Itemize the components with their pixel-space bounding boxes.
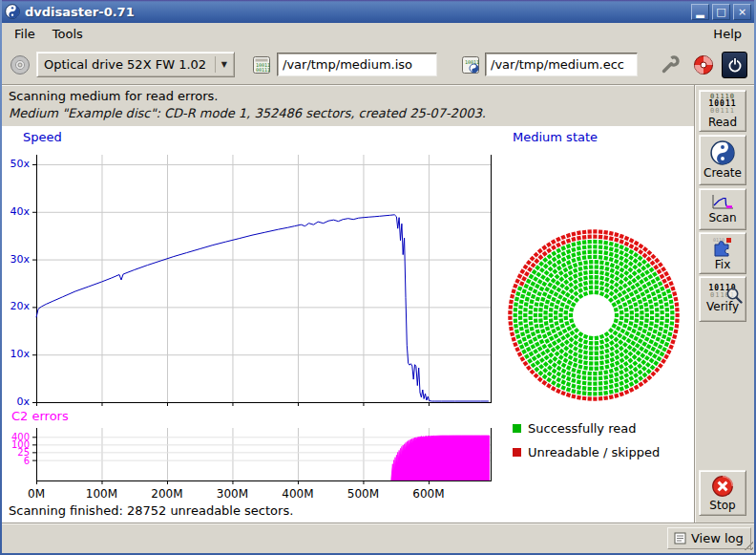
ecc-path-input[interactable] xyxy=(485,53,638,76)
scan-button-label: Scan xyxy=(708,212,736,224)
fix-button-label: Fix xyxy=(715,259,730,271)
ecc-file-icon: 10011 xyxy=(460,54,481,75)
c2-errors-title: C2 errors xyxy=(11,409,69,423)
legend-swatch-red xyxy=(513,448,521,457)
drive-selector-value: Optical drive 52X FW 1.02 xyxy=(44,57,209,72)
log-icon xyxy=(674,532,686,544)
preferences-button[interactable] xyxy=(657,52,682,78)
puzzle-piece-icon: 0110 xyxy=(711,236,734,257)
menu-tools[interactable]: Tools xyxy=(44,24,92,44)
legend-label-read: Successfully read xyxy=(528,421,636,436)
about-button[interactable] xyxy=(690,52,716,78)
quit-button[interactable] xyxy=(722,52,747,78)
speed-chart-title: Speed xyxy=(23,130,62,144)
legend-swatch-green xyxy=(513,424,521,433)
close-button[interactable]: × xyxy=(733,4,751,20)
wrench-icon xyxy=(660,54,681,75)
maximize-icon: □ xyxy=(713,5,729,19)
verify-button[interactable]: 10110 01101 Verify xyxy=(699,276,746,322)
view-log-label: View log xyxy=(691,531,744,545)
view-log-button[interactable]: View log xyxy=(667,527,751,549)
create-button[interactable]: Create xyxy=(699,135,746,185)
medium-state-disc xyxy=(503,224,684,406)
chevron-down-icon: ▼ xyxy=(215,56,230,73)
app-yinyang-icon xyxy=(5,4,20,19)
medium-state-title: Medium state xyxy=(513,130,598,144)
power-icon xyxy=(726,56,744,74)
read-button-label: Read xyxy=(708,117,737,129)
stop-icon xyxy=(711,475,734,498)
maximize-button[interactable]: □ xyxy=(712,4,730,20)
image-path-input[interactable] xyxy=(277,53,437,76)
stop-button-label: Stop xyxy=(709,500,735,512)
stop-button[interactable]: Stop xyxy=(699,470,746,516)
bottombar: View log xyxy=(0,524,756,553)
image-file-icon-button: 10011 00111 xyxy=(249,53,274,77)
drive-icon-button[interactable] xyxy=(7,52,33,78)
menu-help[interactable]: Help xyxy=(704,24,750,44)
binary-read-icon: 01110 10011 00111 xyxy=(708,94,736,115)
status-finished: Scanning finished: 28752 unreadable sect… xyxy=(9,503,293,518)
red-disc-icon xyxy=(693,54,714,75)
sidebar-separator xyxy=(694,85,696,524)
toolbar-separator xyxy=(0,84,756,86)
status-line-1: Scanning medium for read errors. xyxy=(9,89,218,103)
scan-chart-icon xyxy=(711,194,734,210)
menu-file[interactable]: File xyxy=(6,24,44,44)
menubar: File Tools Help xyxy=(2,23,754,44)
minimize-icon: ▂ xyxy=(692,5,708,19)
cd-drive-icon xyxy=(10,54,31,75)
verify-magnifier-icon: 10110 01101 xyxy=(708,285,736,299)
legend-item-unreadable: Unreadable / skipped xyxy=(513,445,660,459)
ecc-file-icon-button: 10011 xyxy=(458,53,483,77)
minimize-button[interactable]: ▂ xyxy=(691,4,709,20)
image-file-icon: 10011 00111 xyxy=(251,54,272,75)
status-line-2: Medium "Example disc": CD-R mode 1, 3524… xyxy=(9,106,486,120)
scan-button[interactable]: Scan xyxy=(699,188,746,230)
read-button[interactable]: 01110 10011 00111 Read xyxy=(699,90,746,132)
fix-button[interactable]: 0110 Fix xyxy=(699,232,746,274)
drive-selector[interactable]: Optical drive 52X FW 1.02 ▼ xyxy=(36,52,235,77)
close-icon: × xyxy=(734,5,750,19)
c2-errors-chart xyxy=(32,428,493,487)
create-button-label: Create xyxy=(704,167,742,180)
legend-label-unreadable: Unreadable / skipped xyxy=(528,445,660,459)
app-window: dvdisaster-0.71 ▂ □ × File Tools Help Op… xyxy=(0,0,756,555)
yinyang-icon xyxy=(710,140,735,165)
speed-chart xyxy=(32,155,493,409)
magnifier-icon xyxy=(725,287,743,304)
svg-text:00111: 00111 xyxy=(256,67,270,73)
legend-item-read: Successfully read xyxy=(513,421,636,436)
window-title: dvdisaster-0.71 xyxy=(25,5,688,19)
titlebar[interactable]: dvdisaster-0.71 ▂ □ × xyxy=(0,0,756,23)
